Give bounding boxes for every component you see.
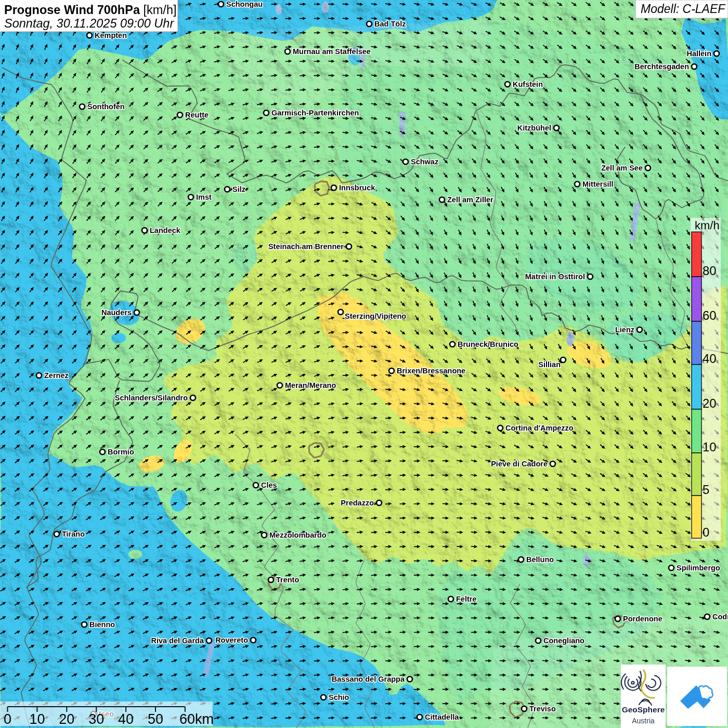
svg-text:Silz: Silz bbox=[232, 185, 245, 193]
svg-text:Sonntag, 30.11.2025 09:00 Uhr: Sonntag, 30.11.2025 09:00 Uhr bbox=[4, 17, 174, 30]
svg-text:Brixen/Bressanone: Brixen/Bressanone bbox=[397, 367, 465, 375]
svg-text:Bormio: Bormio bbox=[108, 448, 134, 456]
svg-text:30: 30 bbox=[88, 711, 104, 727]
svg-text:Modell: C-LAEF: Modell: C-LAEF bbox=[641, 2, 726, 16]
svg-text:Conegliano: Conegliano bbox=[543, 636, 584, 645]
svg-text:Matrei in Osttirol: Matrei in Osttirol bbox=[525, 272, 585, 281]
svg-text:60km: 60km bbox=[179, 711, 214, 727]
svg-text:Schlanders/Silandro: Schlanders/Silandro bbox=[115, 394, 188, 402]
svg-text:20: 20 bbox=[703, 396, 717, 410]
svg-text:Feltre: Feltre bbox=[456, 595, 477, 603]
svg-text:Mittersill: Mittersill bbox=[582, 180, 614, 188]
svg-text:Murnau am Staffelsee: Murnau am Staffelsee bbox=[293, 47, 371, 56]
svg-text:km/h: km/h bbox=[695, 219, 720, 232]
svg-text:Nauders: Nauders bbox=[101, 308, 132, 317]
svg-text:10: 10 bbox=[29, 711, 45, 727]
svg-text:Sillian: Sillian bbox=[538, 360, 561, 369]
svg-text:50: 50 bbox=[148, 711, 163, 727]
svg-text:Berchtesgaden: Berchtesgaden bbox=[634, 62, 689, 71]
svg-text:Bassano del Grappa: Bassano del Grappa bbox=[332, 675, 405, 683]
svg-text:Pordenone: Pordenone bbox=[623, 615, 662, 623]
svg-text:Garmisch-Partenkirchen: Garmisch-Partenkirchen bbox=[271, 109, 359, 117]
svg-text:Zell am See: Zell am See bbox=[601, 164, 643, 172]
svg-text:Zernez: Zernez bbox=[44, 371, 69, 380]
svg-text:80: 80 bbox=[703, 264, 717, 278]
svg-text:Kufstein: Kufstein bbox=[513, 80, 543, 88]
svg-text:Schongau: Schongau bbox=[226, 0, 263, 8]
svg-text:Bad Tölz: Bad Tölz bbox=[374, 20, 406, 28]
svg-text:5: 5 bbox=[703, 483, 709, 497]
svg-text:Innsbruck: Innsbruck bbox=[339, 184, 375, 192]
svg-text:Steinach am Brenner: Steinach am Brenner bbox=[268, 242, 344, 251]
svg-text:Codroipo: Codroipo bbox=[712, 613, 728, 621]
svg-text:Riva del Garda: Riva del Garda bbox=[151, 636, 204, 645]
svg-text:Prognose Wind 700hPa [km/h]: Prognose Wind 700hPa [km/h] bbox=[4, 3, 176, 17]
svg-text:Kitzbühel: Kitzbühel bbox=[517, 124, 551, 132]
svg-text:40: 40 bbox=[118, 711, 134, 727]
svg-text:Bruneck/Brunico: Bruneck/Brunico bbox=[458, 340, 518, 348]
svg-text:Cittadella: Cittadella bbox=[425, 713, 459, 721]
svg-text:20: 20 bbox=[59, 711, 74, 727]
svg-text:Landeck: Landeck bbox=[150, 226, 181, 235]
svg-text:Lienz: Lienz bbox=[615, 326, 634, 334]
svg-text:Cortina d'Ampezzo: Cortina d'Ampezzo bbox=[505, 424, 574, 432]
svg-text:Treviso: Treviso bbox=[529, 705, 556, 713]
svg-text:Sterzing/Vipiteno: Sterzing/Vipiteno bbox=[345, 312, 406, 320]
svg-text:Schwaz: Schwaz bbox=[411, 158, 438, 166]
svg-text:Schio: Schio bbox=[329, 693, 349, 701]
svg-text:10: 10 bbox=[703, 440, 717, 454]
svg-text:0: 0 bbox=[703, 525, 709, 539]
svg-text:Tirano: Tirano bbox=[62, 530, 85, 538]
svg-text:Rovereto: Rovereto bbox=[215, 636, 248, 644]
svg-text:Belluno: Belluno bbox=[526, 555, 554, 564]
svg-text:Bienno: Bienno bbox=[89, 620, 115, 629]
svg-text:Imst: Imst bbox=[196, 193, 212, 201]
svg-text:Cles: Cles bbox=[261, 481, 277, 489]
svg-text:Predazzo: Predazzo bbox=[341, 499, 374, 507]
svg-text:60: 60 bbox=[703, 308, 717, 322]
svg-text:Austria: Austria bbox=[632, 717, 655, 725]
svg-text:Pieve di Cadore: Pieve di Cadore bbox=[491, 460, 548, 468]
svg-text:Spilimbergo: Spilimbergo bbox=[677, 564, 720, 572]
svg-text:40: 40 bbox=[703, 352, 717, 366]
svg-text:Kempten: Kempten bbox=[95, 31, 127, 40]
svg-text:Reutte: Reutte bbox=[185, 111, 209, 119]
svg-text:Meran/Merano: Meran/Merano bbox=[285, 381, 336, 389]
svg-text:Zell am Ziller: Zell am Ziller bbox=[447, 196, 493, 204]
svg-text:Trento: Trento bbox=[276, 576, 299, 584]
svg-text:GeoSphere: GeoSphere bbox=[622, 705, 665, 714]
svg-text:0: 0 bbox=[4, 711, 11, 727]
svg-text:Sonthofen: Sonthofen bbox=[87, 102, 125, 111]
svg-text:Mezzolombardo: Mezzolombardo bbox=[269, 531, 327, 539]
svg-text:Hallein: Hallein bbox=[686, 49, 711, 58]
